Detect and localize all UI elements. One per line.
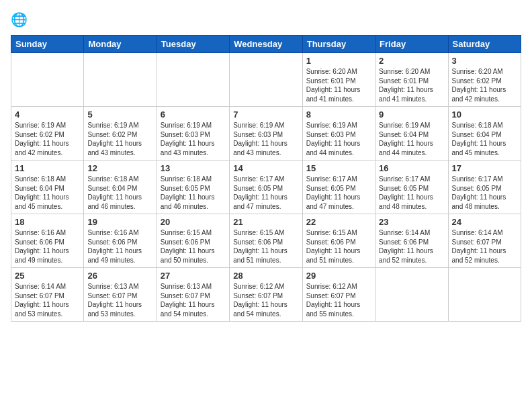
calendar-cell: 29Sunrise: 6:12 AM Sunset: 6:07 PM Dayli… xyxy=(302,268,375,322)
calendar-cell: 25Sunrise: 6:14 AM Sunset: 6:07 PM Dayli… xyxy=(11,268,84,322)
cell-day-number: 20 xyxy=(161,217,226,227)
calendar-table: SundayMondayTuesdayWednesdayThursdayFrid… xyxy=(11,35,521,322)
cell-day-number: 24 xyxy=(452,217,517,227)
calendar-header-sunday: Sunday xyxy=(11,36,84,53)
calendar-cell: 16Sunrise: 6:17 AM Sunset: 6:05 PM Dayli… xyxy=(375,161,448,214)
cell-day-number: 28 xyxy=(233,271,298,281)
cell-day-number: 22 xyxy=(306,217,371,227)
calendar-header-saturday: Saturday xyxy=(448,36,521,53)
cell-info-text: Sunrise: 6:14 AM Sunset: 6:07 PM Dayligh… xyxy=(452,228,517,265)
cell-info-text: Sunrise: 6:13 AM Sunset: 6:07 PM Dayligh… xyxy=(87,282,152,318)
calendar-cell: 5Sunrise: 6:19 AM Sunset: 6:02 PM Daylig… xyxy=(84,107,157,161)
calendar-cell: 12Sunrise: 6:18 AM Sunset: 6:04 PM Dayli… xyxy=(84,161,157,214)
calendar-cell: 26Sunrise: 6:13 AM Sunset: 6:07 PM Dayli… xyxy=(84,268,157,322)
cell-info-text: Sunrise: 6:19 AM Sunset: 6:02 PM Dayligh… xyxy=(87,121,152,157)
cell-info-text: Sunrise: 6:15 AM Sunset: 6:06 PM Dayligh… xyxy=(161,228,226,265)
cell-day-number: 7 xyxy=(233,109,298,120)
cell-day-number: 17 xyxy=(452,163,517,173)
cell-day-number: 11 xyxy=(15,163,80,173)
cell-info-text: Sunrise: 6:13 AM Sunset: 6:07 PM Dayligh… xyxy=(161,282,226,318)
cell-info-text: Sunrise: 6:17 AM Sunset: 6:05 PM Dayligh… xyxy=(379,175,444,211)
cell-info-text: Sunrise: 6:18 AM Sunset: 6:04 PM Dayligh… xyxy=(87,175,152,211)
calendar-cell: 3Sunrise: 6:20 AM Sunset: 6:02 PM Daylig… xyxy=(448,53,521,107)
calendar-cell: 13Sunrise: 6:18 AM Sunset: 6:05 PM Dayli… xyxy=(157,161,229,214)
calendar-cell: 15Sunrise: 6:17 AM Sunset: 6:05 PM Dayli… xyxy=(302,161,375,214)
calendar-cell: 6Sunrise: 6:19 AM Sunset: 6:03 PM Daylig… xyxy=(157,107,229,161)
cell-info-text: Sunrise: 6:14 AM Sunset: 6:06 PM Dayligh… xyxy=(379,228,444,265)
cell-day-number: 1 xyxy=(306,56,371,66)
calendar-cell: 27Sunrise: 6:13 AM Sunset: 6:07 PM Dayli… xyxy=(157,268,229,322)
calendar-week-row: 1Sunrise: 6:20 AM Sunset: 6:01 PM Daylig… xyxy=(11,53,521,107)
calendar-cell: 17Sunrise: 6:17 AM Sunset: 6:05 PM Dayli… xyxy=(448,161,521,214)
cell-info-text: Sunrise: 6:16 AM Sunset: 6:06 PM Dayligh… xyxy=(15,228,80,265)
calendar-cell: 8Sunrise: 6:19 AM Sunset: 6:03 PM Daylig… xyxy=(302,107,375,161)
calendar-cell: 9Sunrise: 6:19 AM Sunset: 6:04 PM Daylig… xyxy=(375,107,448,161)
calendar-cell xyxy=(375,268,448,322)
calendar-cell: 22Sunrise: 6:15 AM Sunset: 6:06 PM Dayli… xyxy=(302,214,375,268)
calendar-cell: 24Sunrise: 6:14 AM Sunset: 6:07 PM Dayli… xyxy=(448,214,521,268)
cell-info-text: Sunrise: 6:19 AM Sunset: 6:02 PM Dayligh… xyxy=(15,121,80,157)
page-header: 🌐 xyxy=(11,11,521,30)
calendar-cell: 2Sunrise: 6:20 AM Sunset: 6:01 PM Daylig… xyxy=(375,53,448,107)
cell-info-text: Sunrise: 6:18 AM Sunset: 6:04 PM Dayligh… xyxy=(452,121,517,157)
calendar-header-row: SundayMondayTuesdayWednesdayThursdayFrid… xyxy=(11,36,521,53)
cell-day-number: 9 xyxy=(379,109,444,120)
cell-info-text: Sunrise: 6:18 AM Sunset: 6:04 PM Dayligh… xyxy=(15,175,80,211)
cell-day-number: 4 xyxy=(15,109,80,120)
calendar-cell xyxy=(230,53,302,107)
cell-info-text: Sunrise: 6:19 AM Sunset: 6:03 PM Dayligh… xyxy=(233,121,298,157)
cell-day-number: 6 xyxy=(161,109,226,120)
cell-info-text: Sunrise: 6:14 AM Sunset: 6:07 PM Dayligh… xyxy=(15,282,80,318)
cell-info-text: Sunrise: 6:17 AM Sunset: 6:05 PM Dayligh… xyxy=(233,175,298,211)
cell-day-number: 3 xyxy=(452,56,517,66)
cell-info-text: Sunrise: 6:17 AM Sunset: 6:05 PM Dayligh… xyxy=(452,175,517,211)
calendar-week-row: 25Sunrise: 6:14 AM Sunset: 6:07 PM Dayli… xyxy=(11,268,521,322)
calendar-cell: 11Sunrise: 6:18 AM Sunset: 6:04 PM Dayli… xyxy=(11,161,84,214)
calendar-header-wednesday: Wednesday xyxy=(230,36,302,53)
cell-day-number: 19 xyxy=(87,217,152,227)
calendar-cell: 18Sunrise: 6:16 AM Sunset: 6:06 PM Dayli… xyxy=(11,214,84,268)
logo-icon: 🌐 xyxy=(11,11,30,30)
cell-info-text: Sunrise: 6:15 AM Sunset: 6:06 PM Dayligh… xyxy=(233,228,298,265)
cell-day-number: 10 xyxy=(452,109,517,120)
cell-info-text: Sunrise: 6:18 AM Sunset: 6:05 PM Dayligh… xyxy=(161,175,226,211)
cell-day-number: 13 xyxy=(161,163,226,173)
cell-day-number: 14 xyxy=(233,163,298,173)
calendar-cell: 4Sunrise: 6:19 AM Sunset: 6:02 PM Daylig… xyxy=(11,107,84,161)
cell-info-text: Sunrise: 6:20 AM Sunset: 6:01 PM Dayligh… xyxy=(379,67,444,103)
cell-day-number: 2 xyxy=(379,56,444,66)
calendar-cell: 21Sunrise: 6:15 AM Sunset: 6:06 PM Dayli… xyxy=(230,214,302,268)
cell-day-number: 27 xyxy=(161,271,226,281)
calendar-cell: 23Sunrise: 6:14 AM Sunset: 6:06 PM Dayli… xyxy=(375,214,448,268)
calendar-cell: 7Sunrise: 6:19 AM Sunset: 6:03 PM Daylig… xyxy=(230,107,302,161)
cell-day-number: 16 xyxy=(379,163,444,173)
cell-info-text: Sunrise: 6:12 AM Sunset: 6:07 PM Dayligh… xyxy=(306,282,371,318)
cell-info-text: Sunrise: 6:15 AM Sunset: 6:06 PM Dayligh… xyxy=(306,228,371,265)
cell-day-number: 23 xyxy=(379,217,444,227)
cell-info-text: Sunrise: 6:16 AM Sunset: 6:06 PM Dayligh… xyxy=(87,228,152,265)
calendar-header-tuesday: Tuesday xyxy=(157,36,229,53)
calendar-cell xyxy=(11,53,84,107)
cell-day-number: 18 xyxy=(15,217,80,227)
cell-day-number: 12 xyxy=(87,163,152,173)
svg-text:🌐: 🌐 xyxy=(11,11,28,28)
calendar-week-row: 4Sunrise: 6:19 AM Sunset: 6:02 PM Daylig… xyxy=(11,107,521,161)
cell-day-number: 29 xyxy=(306,271,371,281)
cell-day-number: 25 xyxy=(15,271,80,281)
cell-day-number: 8 xyxy=(306,109,371,120)
calendar-cell: 10Sunrise: 6:18 AM Sunset: 6:04 PM Dayli… xyxy=(448,107,521,161)
cell-info-text: Sunrise: 6:19 AM Sunset: 6:04 PM Dayligh… xyxy=(379,121,444,157)
calendar-cell: 20Sunrise: 6:15 AM Sunset: 6:06 PM Dayli… xyxy=(157,214,229,268)
cell-info-text: Sunrise: 6:20 AM Sunset: 6:02 PM Dayligh… xyxy=(452,67,517,103)
calendar-cell: 28Sunrise: 6:12 AM Sunset: 6:07 PM Dayli… xyxy=(230,268,302,322)
calendar-week-row: 18Sunrise: 6:16 AM Sunset: 6:06 PM Dayli… xyxy=(11,214,521,268)
calendar-cell: 14Sunrise: 6:17 AM Sunset: 6:05 PM Dayli… xyxy=(230,161,302,214)
logo: 🌐 xyxy=(11,11,32,30)
cell-day-number: 21 xyxy=(233,217,298,227)
cell-info-text: Sunrise: 6:17 AM Sunset: 6:05 PM Dayligh… xyxy=(306,175,371,211)
calendar-header-friday: Friday xyxy=(375,36,448,53)
cell-info-text: Sunrise: 6:19 AM Sunset: 6:03 PM Dayligh… xyxy=(306,121,371,157)
calendar-cell xyxy=(448,268,521,322)
calendar-week-row: 11Sunrise: 6:18 AM Sunset: 6:04 PM Dayli… xyxy=(11,161,521,214)
calendar-cell: 19Sunrise: 6:16 AM Sunset: 6:06 PM Dayli… xyxy=(84,214,157,268)
